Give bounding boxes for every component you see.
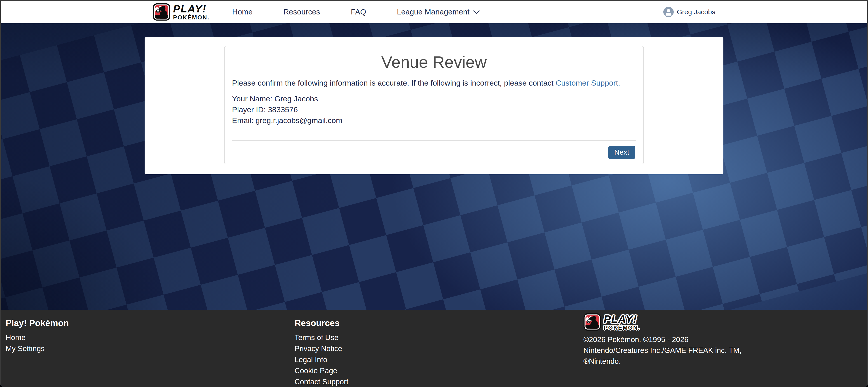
footer-link-terms-of-use[interactable]: Terms of Use	[294, 332, 579, 343]
footer-link-cookie-page[interactable]: Cookie Page	[294, 365, 579, 376]
nav-item-league-management-label: League Management	[397, 7, 469, 16]
footer-col-resources: Resources Terms of Use Privacy Notice Le…	[290, 313, 579, 387]
venue-review-card-body: Venue Review Please confirm the followin…	[224, 46, 644, 141]
detail-your-name: Your Name: Greg Jacobs	[232, 93, 636, 104]
nav-item-faq-label: FAQ	[351, 7, 366, 16]
copyright-text: ©2026 Pokémon. ©1995 - 2026 Nintendo/Cre…	[583, 334, 867, 367]
play-pokemon-logo[interactable]: PLAY! POKÉMON.	[153, 3, 210, 21]
logo-play-text: PLAY!	[173, 3, 210, 14]
footer-heading-play-pokemon: Play! Pokémon	[6, 318, 290, 328]
footer-link-my-settings[interactable]: My Settings	[6, 343, 290, 354]
footer-play-pokemon-logo: PLAY! POKÉMON.	[583, 313, 867, 331]
main-container: Venue Review Please confirm the followin…	[145, 37, 723, 174]
footer-logo-wordmark: PLAY! POKÉMON.	[604, 314, 640, 330]
nav-item-home[interactable]: Home	[232, 7, 253, 16]
footer: Play! Pokémon Home My Settings Resources…	[1, 310, 867, 387]
confirmation-text-before: Please confirm the following information…	[232, 78, 556, 87]
venue-review-card: Venue Review Please confirm the followin…	[224, 46, 644, 164]
nav-item-resources[interactable]: Resources	[283, 7, 320, 16]
navbar-container: PLAY! POKÉMON. Home Resources FAQ League…	[145, 1, 723, 23]
footer-link-contact-support[interactable]: Contact Support	[294, 376, 579, 387]
card-footer: Next	[224, 141, 644, 164]
footer-heading-resources: Resources	[294, 318, 579, 328]
main-panel: Venue Review Please confirm the followin…	[145, 37, 723, 174]
detail-player-id: Player ID: 3833576	[232, 104, 636, 115]
footer-link-home[interactable]: Home	[6, 332, 290, 343]
footer-play-pokemon-badge-icon	[583, 313, 601, 331]
footer-col-brand: PLAY! POKÉMON. ©2026 Pokémon. ©1995 - 20…	[578, 313, 867, 387]
copyright-line-3: ®Nintendo.	[583, 356, 867, 367]
main-nav: Home Resources FAQ League Management	[232, 7, 480, 16]
chevron-down-icon	[473, 10, 480, 14]
confirmation-text-suffix: .	[618, 78, 620, 87]
footer-logo-play-text: PLAY!	[604, 314, 640, 324]
player-details: Your Name: Greg Jacobs Player ID: 383357…	[232, 93, 636, 126]
next-button[interactable]: Next	[608, 146, 635, 159]
footer-logo-pokemon-text: POKÉMON.	[604, 325, 640, 330]
footer-link-privacy-notice[interactable]: Privacy Notice	[294, 343, 579, 354]
navbar: PLAY! POKÉMON. Home Resources FAQ League…	[1, 1, 867, 23]
logo-pokemon-text: POKÉMON.	[173, 14, 210, 20]
copyright-line-2: Nintendo/Creatures Inc./GAME FREAK inc. …	[583, 345, 867, 356]
nav-item-resources-label: Resources	[283, 7, 320, 16]
footer-link-legal-info[interactable]: Legal Info	[294, 354, 579, 365]
nav-item-faq[interactable]: FAQ	[351, 7, 366, 16]
copyright-line-1: ©2026 Pokémon. ©1995 - 2026	[583, 334, 867, 345]
user-avatar-icon	[663, 7, 674, 17]
page: PLAY! POKÉMON. Home Resources FAQ League…	[0, 0, 868, 387]
customer-support-link[interactable]: Customer Support	[556, 78, 618, 87]
footer-col-play-pokemon: Play! Pokémon Home My Settings	[1, 313, 290, 387]
footer-grid: Play! Pokémon Home My Settings Resources…	[1, 313, 867, 387]
background-area: Venue Review Please confirm the followin…	[1, 23, 867, 310]
page-title: Venue Review	[232, 53, 636, 72]
nav-item-league-management[interactable]: League Management	[397, 7, 480, 16]
nav-item-home-label: Home	[232, 7, 253, 16]
user-name: Greg Jacobs	[677, 8, 715, 16]
confirmation-text: Please confirm the following information…	[232, 77, 636, 88]
user-menu[interactable]: Greg Jacobs	[663, 7, 715, 17]
play-pokemon-badge-icon	[153, 3, 170, 21]
logo-wordmark: PLAY! POKÉMON.	[173, 3, 210, 20]
detail-email: Email: greg.r.jacobs@gmail.com	[232, 115, 636, 126]
